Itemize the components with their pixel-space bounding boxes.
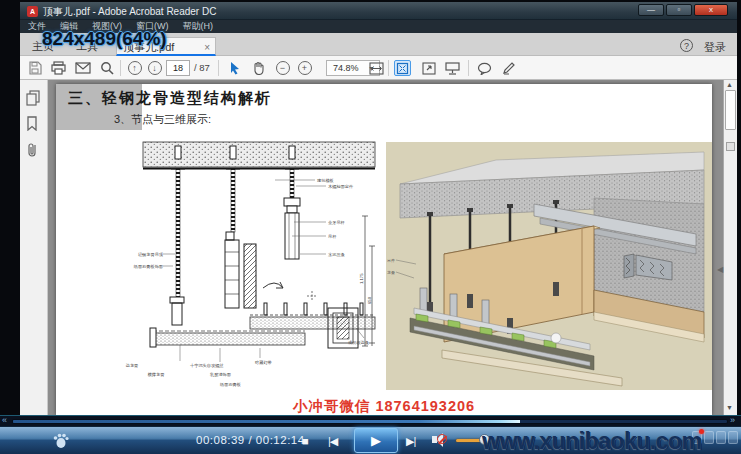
- contact-watermark-text: 小冲哥微信 18764193206: [56, 397, 712, 415]
- window-title: 顶事儿.pdf - Adobe Acrobat Reader DC: [43, 5, 216, 19]
- rewind-icon[interactable]: «: [2, 415, 7, 425]
- 3d-structure-render: 吊件 龙骨: [386, 142, 712, 390]
- time-display: 00:08:39 / 00:12:14: [196, 434, 305, 446]
- seek-bar[interactable]: « »: [0, 415, 741, 426]
- svg-text:横撑龙骨: 横撑龙骨: [147, 372, 165, 378]
- svg-text:1,175: 1,175: [359, 273, 364, 284]
- play-button[interactable]: ▶: [354, 428, 398, 453]
- page-number-input[interactable]: 18: [166, 60, 190, 76]
- play-icon: ▶: [371, 433, 381, 448]
- svg-text:木螺栓固定件: 木螺栓固定件: [328, 184, 354, 189]
- scroll-up-icon[interactable]: ▲: [726, 81, 733, 88]
- svg-text:纸面石膏板: 纸面石膏板: [219, 382, 241, 387]
- svg-text:建筑楼板: 建筑楼板: [317, 178, 334, 183]
- save-icon[interactable]: [26, 60, 43, 76]
- print-icon[interactable]: [50, 60, 67, 76]
- scrollbar-thumb[interactable]: [725, 90, 736, 130]
- previous-button[interactable]: |◀: [328, 435, 337, 448]
- player-control-bar: 00:08:39 / 00:12:14 ■ |◀ ▶ ▶| www.xuniba…: [0, 426, 741, 454]
- select-tool-icon[interactable]: [226, 60, 243, 76]
- panel-collapse-icon[interactable]: ◀: [717, 265, 723, 274]
- svg-text:吊杆: 吊杆: [328, 234, 336, 239]
- svg-text:吊件: 吊件: [387, 258, 395, 263]
- svg-text:轻钢龙骨吊顶: 轻钢龙骨吊顶: [138, 252, 164, 257]
- video-display-area[interactable]: A 顶事儿.pdf - Adobe Acrobat Reader DC — ▫ …: [20, 2, 737, 415]
- navigation-rail: [20, 80, 48, 415]
- toolbar-separator: [388, 60, 389, 76]
- maximize-button[interactable]: ▫: [666, 4, 692, 16]
- presentation-mode-icon[interactable]: [444, 60, 461, 76]
- svg-text:纸面石膏板饰面: 纸面石膏板饰面: [133, 264, 164, 269]
- toolbar-separator: [120, 60, 121, 76]
- fullscreen-icon[interactable]: [420, 60, 437, 76]
- document-scrollbar[interactable]: ▲ ◀ ▼: [723, 80, 737, 415]
- resolution-osd-badge: 824x489(64%): [42, 28, 167, 50]
- toolbar-separator: [468, 60, 469, 76]
- search-icon[interactable]: [98, 60, 115, 76]
- fit-width-icon[interactable]: [368, 60, 385, 76]
- seek-track[interactable]: [12, 419, 728, 424]
- pdf-app-icon: A: [27, 6, 38, 17]
- cad-section-drawing: 1,175 650 建筑楼板 木螺栓固定件 全牙吊杆 吊杆 水泥压条: [60, 136, 382, 398]
- svg-text:边龙骨: 边龙骨: [126, 363, 139, 368]
- site-watermark: www.xunibaoku.com: [482, 428, 741, 454]
- email-icon[interactable]: [74, 60, 91, 76]
- stop-button[interactable]: ■: [302, 435, 309, 447]
- svg-text:乳胶漆饰面: 乳胶漆饰面: [210, 372, 232, 377]
- comment-icon[interactable]: [476, 60, 493, 76]
- toolbar: ↑ ↓ 18 / 87 − + 74.8% ▼: [20, 56, 737, 80]
- next-page-icon[interactable]: ↓: [146, 60, 163, 76]
- minimize-button[interactable]: —: [638, 4, 664, 16]
- player-logo-footprint-icon: [52, 430, 70, 450]
- section-heading: 三、轻钢龙骨造型结构解析: [68, 89, 272, 108]
- scrollbar-marker: [726, 142, 735, 151]
- help-icon[interactable]: ?: [680, 39, 693, 52]
- svg-text:龙骨: 龙骨: [387, 270, 395, 275]
- bookmarks-icon[interactable]: [26, 116, 42, 132]
- sub-heading: 3、节点与三维展示:: [114, 112, 211, 127]
- svg-text:全牙吊杆: 全牙吊杆: [328, 220, 345, 225]
- svg-text:成品收边条: 成品收边条: [348, 340, 369, 345]
- hand-tool-icon[interactable]: [250, 60, 267, 76]
- attachments-icon[interactable]: [26, 142, 42, 158]
- close-button[interactable]: x: [694, 4, 728, 16]
- fast-forward-icon[interactable]: »: [730, 415, 735, 425]
- svg-text:十字沉头自攻螺丝: 十字沉头自攻螺丝: [190, 363, 224, 368]
- zoom-level-value: 74.8%: [333, 63, 359, 73]
- progress-fill: [13, 420, 520, 423]
- signin-button[interactable]: 登录: [704, 40, 726, 55]
- tab-close-icon[interactable]: ×: [204, 38, 210, 56]
- zoom-in-icon[interactable]: +: [296, 60, 313, 76]
- fill-sign-pencil-icon[interactable]: [500, 60, 517, 76]
- pdf-page: 三、轻钢龙骨造型结构解析 3、节点与三维展示:: [56, 84, 712, 415]
- previous-page-icon[interactable]: ↑: [126, 60, 143, 76]
- mute-icon[interactable]: [432, 433, 450, 447]
- svg-text:水泥压条: 水泥压条: [328, 252, 345, 257]
- acrobat-titlebar: A 顶事儿.pdf - Adobe Acrobat Reader DC — ▫ …: [20, 2, 737, 20]
- fit-page-icon[interactable]: [394, 60, 411, 76]
- svg-text:暗藏灯带: 暗藏灯带: [255, 360, 272, 365]
- zoom-out-icon[interactable]: −: [274, 60, 291, 76]
- scroll-down-icon[interactable]: ▼: [726, 404, 733, 411]
- toolbar-separator: [218, 60, 219, 76]
- page-thumbnails-icon[interactable]: [26, 90, 42, 106]
- svg-text:650: 650: [367, 296, 372, 304]
- next-button[interactable]: ▶|: [406, 435, 415, 448]
- menu-help[interactable]: 帮助(H): [183, 20, 214, 33]
- document-viewport[interactable]: 三、轻钢龙骨造型结构解析 3、节点与三维展示:: [48, 80, 723, 415]
- video-player-window: A 顶事儿.pdf - Adobe Acrobat Reader DC — ▫ …: [0, 0, 741, 454]
- page-total-label: / 87: [194, 62, 210, 73]
